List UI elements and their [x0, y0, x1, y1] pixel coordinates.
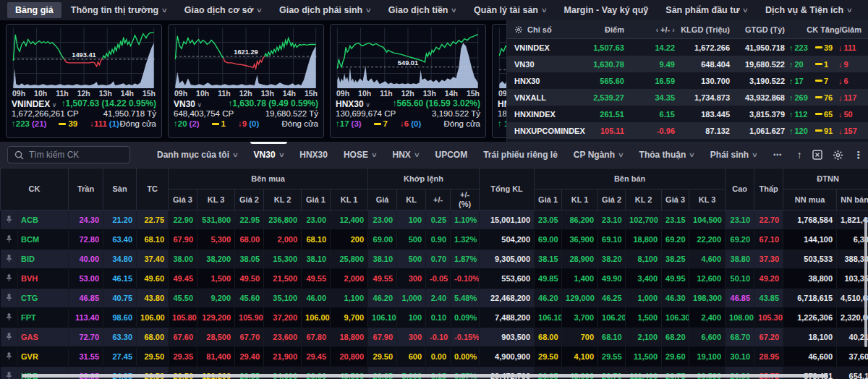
index-row-hnxindex[interactable]: HNXINDEX261.516.15183.4453,815.379↑11265…	[507, 106, 868, 122]
matched-price[interactable]: 69.00	[368, 230, 397, 250]
stock-row-bvh[interactable]: BVH53.0046.1549.6049.451,50049.5021,5004…	[1, 269, 868, 289]
stock-row-gvr[interactable]: GVR31.5527.4529.5029.3581,40029.4021,900…	[1, 347, 868, 367]
bid-volume[interactable]: 21,900	[264, 347, 302, 367]
index-row-vnxall[interactable]: VNXALL2,539.2734.351,734.87343,932.868↑2…	[507, 89, 868, 106]
ask-volume[interactable]: 4,100	[562, 347, 598, 367]
matched-price[interactable]: 67.90	[368, 328, 397, 347]
tab-danh-m-c-c-a-t-i[interactable]: Danh mục của tôi∨	[149, 142, 246, 168]
ask-volume[interactable]: 86,200	[562, 210, 598, 230]
bid-price[interactable]: 67.70	[235, 328, 264, 347]
pin-icon[interactable]	[1, 328, 18, 347]
bid-price[interactable]: 22.90	[169, 210, 197, 230]
pin-icon[interactable]	[1, 289, 18, 308]
ask-price[interactable]: 29.55	[598, 347, 626, 367]
bid-volume[interactable]: 9,200	[197, 289, 235, 308]
stock-row-ctg[interactable]: CTG46.8540.7543.8045.509,20045.6035,1004…	[1, 289, 868, 308]
bid-volume[interactable]: 25,800	[331, 250, 368, 269]
bid-price[interactable]: 105.90	[235, 308, 264, 328]
menu-item-d-ch-v-ti-n-ch[interactable]: Dịch vụ & Tiện ích∨	[757, 2, 860, 18]
bid-price[interactable]: 38.10	[302, 250, 331, 269]
matched-price[interactable]: 38.10	[368, 250, 397, 269]
menu-item-qu-n-l-t-i-s-n[interactable]: Quản lý tài sản∨	[466, 2, 555, 18]
index-row-vnindex[interactable]: VNINDEX1,507.6314.221,672.26641,950.718↑…	[507, 39, 868, 56]
ask-volume[interactable]: 22,200	[689, 230, 726, 250]
ticker-symbol[interactable]: FPT	[18, 308, 69, 328]
bid-price[interactable]: 105.80	[169, 308, 197, 328]
bid-price[interactable]: 49.55	[302, 269, 331, 289]
bid-volume[interactable]: 28,500	[197, 328, 235, 347]
tab-ph-i-sinh[interactable]: Phái sinh∨	[702, 142, 765, 168]
ticker-symbol[interactable]: BVH	[18, 269, 69, 289]
prev-arrow[interactable]: ‹	[655, 25, 658, 34]
ask-volume[interactable]: 11,500	[626, 347, 662, 367]
ask-volume[interactable]: 6,600	[689, 328, 726, 347]
menu-item-th-ng-tin-th-tr-ng[interactable]: Thông tin thị trường∨	[63, 2, 175, 18]
ticker-symbol[interactable]: BID	[18, 250, 69, 269]
ticker-symbol[interactable]: BCM	[18, 230, 69, 250]
ask-volume[interactable]: 12,600	[689, 269, 726, 289]
gear-icon[interactable]	[514, 25, 523, 34]
ask-volume[interactable]: 129,000	[562, 289, 598, 308]
tab-vn30[interactable]: VN30∨	[246, 142, 292, 168]
excel-export-icon[interactable]	[812, 150, 822, 160]
ask-price[interactable]: 23.10	[598, 210, 626, 230]
ask-volume[interactable]: 8,100	[626, 250, 662, 269]
tab--[interactable]: ⋯	[765, 142, 790, 168]
ask-volume[interactable]: 36,900	[562, 230, 598, 250]
ask-price[interactable]: 38.20	[598, 250, 626, 269]
ask-price[interactable]: 23.15	[662, 210, 689, 230]
ask-price[interactable]: 29.60	[662, 347, 689, 367]
ticker-symbol[interactable]: GAS	[18, 328, 69, 347]
ask-price[interactable]: 49.90	[598, 269, 626, 289]
menu-item-s-n-ph-m-u-t-[interactable]: Sản phẩm đầu tư∨	[658, 2, 756, 18]
stock-row-bcm[interactable]: BCM72.8063.4068.1067.905,30068.002,00068…	[1, 230, 868, 250]
bid-price[interactable]: 68.10	[302, 230, 331, 250]
ask-volume[interactable]: 18,800	[626, 230, 662, 250]
bid-volume[interactable]: 21,500	[264, 269, 302, 289]
bid-volume[interactable]: 2,000	[331, 269, 368, 289]
ask-volume[interactable]: 3,400	[626, 269, 662, 289]
ask-volume[interactable]: 2,100	[626, 328, 662, 347]
ask-price[interactable]: 68.20	[662, 328, 689, 347]
tab-th-a-thu-n[interactable]: Thỏa thuận∨	[631, 142, 702, 168]
ask-price[interactable]: 106.30	[662, 308, 689, 328]
bid-volume[interactable]: 15,300	[264, 250, 302, 269]
bid-volume[interactable]: 2,000	[264, 230, 302, 250]
bid-price[interactable]: 45.60	[235, 289, 264, 308]
bid-price[interactable]: 45.50	[169, 289, 197, 308]
bid-price[interactable]: 38.00	[169, 250, 197, 269]
menu-item-b-ng-gi-[interactable]: Bảng giá	[7, 2, 61, 18]
ask-volume[interactable]: 104,500	[689, 210, 726, 230]
ask-price[interactable]: 69.00	[535, 230, 562, 250]
index-row-vn30[interactable]: VN301,630.789.49648.40419,680.522↑201↓9	[507, 56, 868, 72]
pin-icon[interactable]	[1, 347, 18, 367]
matched-price[interactable]: 46.20	[368, 289, 397, 308]
pin-icon[interactable]	[1, 367, 18, 379]
bid-price[interactable]: 22.95	[235, 210, 264, 230]
ticker-symbol[interactable]: ACB	[18, 210, 69, 230]
bid-price[interactable]: 67.80	[302, 328, 331, 347]
pin-icon[interactable]	[1, 308, 18, 328]
ask-price[interactable]: 46.20	[535, 289, 562, 308]
stock-row-bid[interactable]: BID40.0034.8037.4038.0038,20038.0515,300…	[1, 250, 868, 269]
menu-item-giao-d-ch-ph-i-sinh[interactable]: Giao dịch phái sinh∨	[271, 2, 379, 18]
ask-price[interactable]: 49.85	[535, 269, 562, 289]
matched-price[interactable]: 106.10	[368, 308, 397, 328]
bid-price[interactable]: 29.35	[169, 347, 197, 367]
tab-upcom[interactable]: UPCOM	[427, 142, 475, 168]
matched-price[interactable]: 49.55	[368, 269, 397, 289]
ask-volume[interactable]: 3,700	[562, 308, 598, 328]
ask-volume[interactable]: 198,300	[689, 289, 726, 308]
bid-price[interactable]: 29.40	[235, 347, 264, 367]
ask-volume[interactable]: 19,100	[689, 347, 726, 367]
bid-volume[interactable]: 1,500	[197, 269, 235, 289]
ask-volume[interactable]: 102,700	[626, 210, 662, 230]
bid-price[interactable]: 67.90	[169, 230, 197, 250]
bid-volume[interactable]: 12,400	[331, 210, 368, 230]
menu-item-giao-d-ch-ti-n[interactable]: Giao dịch tiền∨	[380, 2, 464, 18]
pin-icon[interactable]	[1, 210, 18, 230]
pin-icon[interactable]	[1, 250, 18, 269]
ask-volume[interactable]: 4,600	[689, 250, 726, 269]
bid-volume[interactable]: 129,200	[197, 308, 235, 328]
tab-hnx[interactable]: HNX∨	[385, 142, 427, 168]
